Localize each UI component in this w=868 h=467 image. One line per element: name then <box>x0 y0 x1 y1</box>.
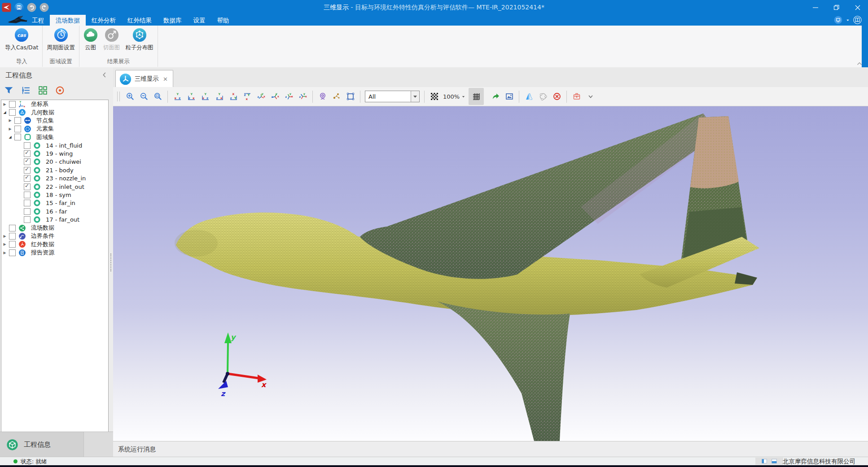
tree-checkbox[interactable] <box>24 183 31 190</box>
tree-row[interactable]: 21 - body <box>1 166 108 174</box>
particle-trace-icon[interactable] <box>330 91 342 103</box>
tree-checkbox[interactable] <box>14 134 21 140</box>
expander-closed-icon[interactable]: ▶ <box>2 242 7 246</box>
ribbon-button-particle-distribution[interactable]: 粒子分布图 <box>125 28 153 52</box>
tree-row[interactable]: 17 - far_out <box>1 215 108 223</box>
menu-item-2[interactable]: 红外分析 <box>86 15 122 26</box>
tree-row[interactable]: ◢面域集 <box>1 133 108 141</box>
display-filter-select[interactable]: All <box>365 91 420 102</box>
tree-row[interactable]: 15 - far_in <box>1 199 108 207</box>
tree-checkbox[interactable] <box>24 200 31 206</box>
tree-row[interactable]: 16 - far <box>1 207 108 215</box>
filter-list-icon[interactable] <box>20 84 32 96</box>
expander-closed-icon[interactable]: ▶ <box>8 127 13 131</box>
mesh-grid-icon[interactable] <box>469 88 484 105</box>
grid-view-icon[interactable] <box>37 84 49 96</box>
tree-checkbox[interactable] <box>9 109 16 116</box>
tree-checkbox[interactable] <box>14 126 21 132</box>
tree-checkbox[interactable] <box>9 101 16 108</box>
cancel-icon[interactable] <box>551 91 563 103</box>
tree-checkbox[interactable] <box>24 216 31 223</box>
view-left-icon[interactable]: Yxz <box>199 91 211 103</box>
tree-row[interactable]: ▶节点集 <box>1 117 108 125</box>
menu-item-3[interactable]: 红外结果 <box>122 15 158 26</box>
layout-bottom-icon[interactable] <box>771 458 777 464</box>
minimize-button[interactable] <box>805 0 826 15</box>
transparency-icon[interactable] <box>428 91 440 103</box>
zoom-in-icon[interactable] <box>124 91 136 103</box>
export-share-icon[interactable] <box>489 91 501 103</box>
combo-dropdown-button[interactable] <box>411 91 419 102</box>
chevron-left-icon[interactable] <box>101 71 109 79</box>
sphere-select-icon[interactable] <box>537 91 549 103</box>
tree-checkbox[interactable] <box>9 249 16 256</box>
expander-closed-icon[interactable]: ▶ <box>2 251 7 255</box>
view-top-icon[interactable]: XzY <box>227 91 239 103</box>
save-icon[interactable] <box>14 3 24 12</box>
tree-row[interactable]: 22 - inlet_out <box>1 183 108 191</box>
tree-row[interactable]: 流场数据 <box>1 224 108 232</box>
view-iso-3-icon[interactable]: yxz <box>283 91 295 103</box>
tree-checkbox[interactable] <box>24 175 31 182</box>
tree-row[interactable]: ▶报告资源 <box>1 249 108 257</box>
tree-row[interactable]: ▶元素集 <box>1 125 108 133</box>
menu-item-4[interactable]: 数据库 <box>158 15 188 26</box>
tree-row[interactable]: ▶Yzx坐标系 <box>1 100 108 108</box>
tree-row[interactable]: 20 - chuiwei <box>1 158 108 166</box>
box-select-icon[interactable] <box>344 91 356 103</box>
expander-closed-icon[interactable]: ▶ <box>8 118 13 122</box>
expander-closed-icon[interactable]: ▶ <box>2 234 7 238</box>
tab-3d-view[interactable]: 三维显示✕ <box>115 70 173 87</box>
tree-row[interactable]: ▶边界条件 <box>1 232 108 240</box>
viewport-3d[interactable]: y x z <box>113 106 868 441</box>
view-right-icon[interactable]: Yzx <box>213 91 225 103</box>
help-book-icon[interactable] <box>853 16 862 24</box>
ribbon-button-periodic-face[interactable]: 周期面设置 <box>47 28 75 52</box>
tree-row[interactable]: 23 - nozzle_in <box>1 175 108 183</box>
expander-closed-icon[interactable]: ▶ <box>2 102 7 106</box>
view-front-icon[interactable]: Yxz <box>171 91 184 103</box>
menu-item-5[interactable]: 设置 <box>188 15 211 26</box>
expander-open-icon[interactable]: ◢ <box>2 110 7 114</box>
mirror-icon[interactable] <box>523 91 535 103</box>
tree-row[interactable]: 18 - sym <box>1 191 108 199</box>
ribbon-button-cas-import[interactable]: cas导入Cas/Dat <box>5 28 38 52</box>
zoom-fit-icon[interactable] <box>152 91 164 103</box>
expander-open-icon[interactable]: ◢ <box>8 135 13 139</box>
tree-checkbox[interactable] <box>9 225 16 231</box>
tree-checkbox[interactable] <box>24 158 31 165</box>
display-mode-icon[interactable] <box>834 16 842 24</box>
material-box-icon[interactable] <box>570 91 583 103</box>
restore-button[interactable] <box>826 0 847 15</box>
view-iso-1-icon[interactable]: yxz <box>255 91 267 103</box>
redo-icon[interactable] <box>39 3 49 12</box>
tree-row[interactable]: 14 - int_fluid <box>1 141 108 149</box>
tree-checkbox[interactable] <box>24 208 31 215</box>
tree-row[interactable]: ▶红外数据 <box>1 240 108 249</box>
tree-row[interactable]: ◢几何数据 <box>1 108 108 116</box>
undo-icon[interactable] <box>27 3 36 12</box>
menu-item-6[interactable]: 帮助 <box>211 15 235 26</box>
view-back-icon[interactable]: Yzx <box>185 91 197 103</box>
bottom-tab-project-info[interactable]: 工程信息 <box>0 432 84 457</box>
target-icon[interactable] <box>54 84 66 96</box>
filter-funnel-icon[interactable] <box>3 84 15 96</box>
tab-close-icon[interactable]: ✕ <box>163 76 168 82</box>
tree-checkbox[interactable] <box>24 150 31 157</box>
snapshot-icon[interactable] <box>503 91 515 103</box>
tree-checkbox[interactable] <box>14 117 21 124</box>
caret-down-icon[interactable] <box>845 17 850 23</box>
chevron-down-icon[interactable] <box>584 91 596 103</box>
zoom-out-icon[interactable] <box>138 91 150 103</box>
tree-checkbox[interactable] <box>24 142 31 149</box>
menu-item-1[interactable]: 流场数据 <box>50 15 86 26</box>
layout-left-icon[interactable] <box>761 458 767 464</box>
app-logo-icon[interactable] <box>2 3 11 12</box>
view-bottom-icon[interactable]: zYx <box>241 91 253 103</box>
tree-checkbox[interactable] <box>24 167 31 174</box>
zoom-level-dropdown[interactable]: 100% <box>443 93 466 100</box>
toolbar-drag-handle[interactable] <box>117 92 120 101</box>
view-iso-4-icon[interactable]: yxz <box>297 91 309 103</box>
probe-camera-icon[interactable] <box>316 91 329 103</box>
tree-checkbox[interactable] <box>9 233 16 240</box>
